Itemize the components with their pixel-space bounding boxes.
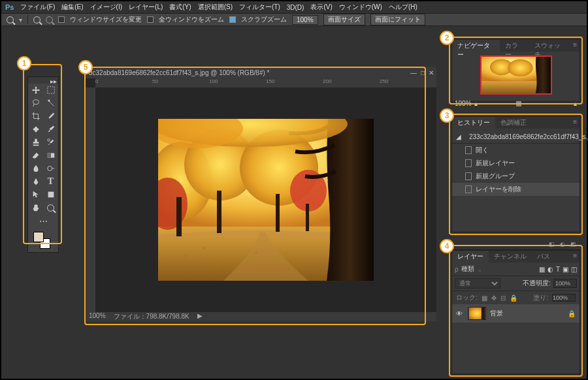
brush-tool[interactable]: [43, 123, 58, 136]
lasso-tool[interactable]: [28, 97, 43, 110]
tab-navigator[interactable]: ナビゲーター: [452, 40, 500, 52]
history-item[interactable]: 開く: [452, 144, 580, 157]
dock-icon[interactable]: ◧: [549, 241, 555, 249]
history-item[interactable]: レイヤーを削除: [452, 183, 580, 196]
menu-filter[interactable]: フィルター(T): [239, 3, 280, 12]
menu-edit[interactable]: 編集(E): [61, 3, 83, 12]
filter-kind-label[interactable]: 種類: [461, 264, 474, 274]
maximize-icon[interactable]: □: [421, 69, 425, 76]
zoom-status[interactable]: 100%: [89, 312, 106, 321]
svg-rect-6: [47, 153, 50, 158]
gradient-tool[interactable]: [43, 149, 58, 162]
tab-color[interactable]: カラー: [500, 40, 529, 52]
type-tool[interactable]: T: [43, 175, 58, 188]
eyedropper-tool[interactable]: [43, 110, 58, 123]
blur-tool[interactable]: [28, 162, 43, 175]
menu-image[interactable]: イメージ(I): [90, 3, 122, 12]
navigator-zoom[interactable]: 100%: [455, 100, 472, 107]
zoom-tool[interactable]: [43, 201, 58, 214]
menu-3d[interactable]: 3D(D): [287, 4, 304, 11]
lock-artboard-icon[interactable]: ⊟: [500, 294, 506, 302]
lock-pixels-icon[interactable]: ▦: [482, 294, 487, 302]
lock-position-icon[interactable]: ✥: [491, 294, 497, 302]
filter-smart-icon[interactable]: ◫: [571, 266, 577, 273]
zoom-in-small-icon[interactable]: ▴: [574, 100, 577, 107]
zoom-100-button[interactable]: 100%: [292, 15, 318, 25]
foreground-color[interactable]: [33, 232, 44, 242]
blend-mode-select[interactable]: 通常: [455, 278, 500, 289]
fill-screen-button[interactable]: 画面にフィット: [370, 14, 425, 25]
annotation-badge-5: 5: [78, 60, 93, 74]
minimize-icon[interactable]: —: [410, 69, 417, 76]
svg-point-25: [287, 268, 290, 270]
history-item[interactable]: 新規レイヤー: [452, 157, 580, 170]
scrubby-zoom-checkbox[interactable]: [229, 16, 236, 23]
zoom-all-checkbox[interactable]: [147, 16, 154, 23]
menu-file[interactable]: ファイル(F): [20, 3, 55, 12]
menu-type[interactable]: 書式(Y): [169, 3, 191, 12]
canvas[interactable]: [95, 87, 436, 312]
hand-tool[interactable]: [28, 201, 43, 214]
fit-screen-button[interactable]: 画面サイズ: [323, 14, 365, 25]
zoom-tool-icon[interactable]: [7, 16, 14, 24]
zoom-out-small-icon[interactable]: ▴: [474, 100, 478, 107]
menu-window[interactable]: ウィンドウ(W): [339, 3, 382, 12]
lock-all-icon[interactable]: 🔒: [510, 294, 517, 302]
dock-icon[interactable]: ◩: [570, 241, 576, 249]
document-icon: [465, 146, 472, 154]
zoom-in-icon[interactable]: [33, 16, 41, 24]
eraser-tool[interactable]: [28, 149, 43, 162]
filter-type-icon[interactable]: T: [556, 266, 560, 273]
marquee-tool[interactable]: [43, 84, 58, 97]
zoom-slider[interactable]: [480, 103, 571, 104]
layer-thumbnail[interactable]: [468, 307, 486, 320]
snapshot-name[interactable]: 233c32abda8169e6862fe2cc61df7f43_s.jpg: [469, 133, 588, 140]
menu-help[interactable]: ヘルプ(H): [389, 3, 417, 12]
path-select-tool[interactable]: [28, 188, 43, 201]
tab-swatches[interactable]: スウォッチ: [529, 40, 571, 52]
filter-adjust-icon[interactable]: ◐: [547, 266, 553, 273]
edit-toolbar[interactable]: ⋯: [28, 214, 58, 227]
stamp-tool[interactable]: [28, 136, 43, 149]
visibility-icon[interactable]: 👁: [456, 310, 464, 317]
fill-input[interactable]: [552, 294, 576, 302]
crop-tool[interactable]: [28, 110, 43, 123]
canvas-image: [158, 119, 374, 281]
history-item[interactable]: 新規グループ: [452, 170, 580, 183]
collapse-icon[interactable]: ▸▸: [50, 78, 57, 83]
tab-history[interactable]: ヒストリー: [452, 117, 495, 129]
resize-window-checkbox[interactable]: [58, 16, 65, 23]
panel-menu-icon[interactable]: ≡: [570, 40, 580, 52]
menu-layer[interactable]: レイヤー(L): [129, 3, 163, 12]
filter-pixel-icon[interactable]: ▦: [539, 266, 545, 273]
document-tab[interactable]: 3c32abda8169e6862fe2cc61df7f43_s.jpg @ 1…: [85, 67, 436, 78]
annotation-badge-3: 3: [440, 108, 454, 123]
tab-adjustments[interactable]: 色調補正: [495, 117, 532, 129]
dodge-tool[interactable]: [43, 162, 58, 175]
menu-view[interactable]: 表示(V): [310, 3, 332, 12]
panel-menu-icon[interactable]: ≡: [570, 251, 580, 262]
svg-point-7: [47, 166, 52, 171]
layer-row[interactable]: 👁 背景 🔒: [452, 304, 580, 323]
zoom-out-icon[interactable]: [46, 16, 53, 24]
layer-name[interactable]: 背景: [490, 309, 503, 318]
history-brush-source-icon[interactable]: ◢: [456, 133, 461, 140]
wand-tool[interactable]: [43, 97, 58, 110]
heal-tool[interactable]: [28, 123, 43, 136]
menu-select[interactable]: 選択範囲(S): [198, 3, 233, 12]
tab-channels[interactable]: チャンネル: [489, 251, 532, 262]
navigator-thumbnail[interactable]: [480, 55, 552, 95]
panel-menu-icon[interactable]: ≡: [570, 117, 580, 129]
shape-tool[interactable]: [43, 188, 58, 201]
close-icon[interactable]: ✕: [429, 69, 434, 76]
file-status[interactable]: ファイル：798.8K/798.8K: [114, 312, 189, 321]
dock-icon[interactable]: ◐: [560, 241, 565, 249]
filter-shape-icon[interactable]: ▣: [563, 266, 568, 273]
history-brush-tool[interactable]: [43, 136, 58, 149]
pen-tool[interactable]: [28, 175, 43, 188]
tab-paths[interactable]: パス: [532, 251, 555, 262]
color-swatches[interactable]: [28, 230, 58, 252]
tab-layers[interactable]: レイヤー: [452, 251, 489, 262]
opacity-input[interactable]: [553, 279, 577, 288]
move-tool[interactable]: [28, 84, 43, 97]
